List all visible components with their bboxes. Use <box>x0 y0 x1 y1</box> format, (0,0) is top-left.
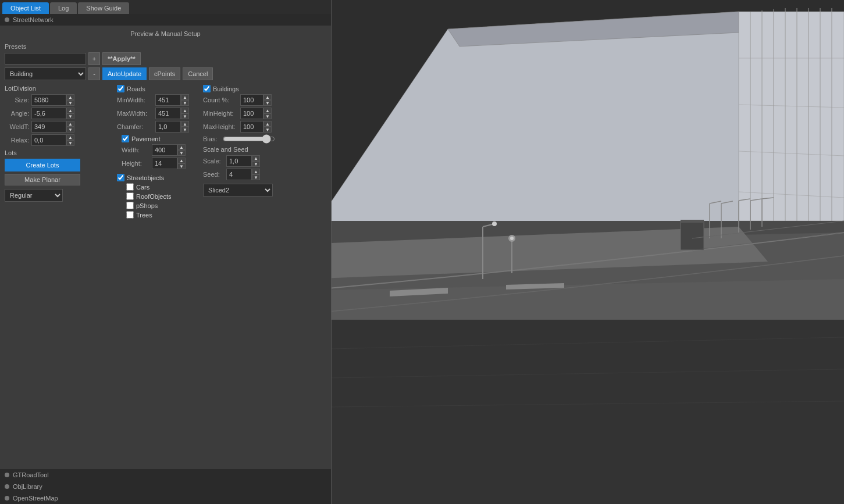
make-planar-button[interactable]: Make Planar <box>5 174 80 185</box>
minheight-up-btn[interactable]: ▲ <box>263 108 272 113</box>
chamfer-up-btn[interactable]: ▲ <box>181 121 189 127</box>
roads-checkbox[interactable] <box>117 85 124 92</box>
weldt-down-btn[interactable]: ▼ <box>66 127 74 133</box>
apply-button[interactable]: **Apply** <box>102 52 141 65</box>
pshops-checkbox[interactable] <box>126 202 134 209</box>
weldt-up-btn[interactable]: ▲ <box>66 121 74 127</box>
size-spinner: ▲ ▼ <box>66 94 74 106</box>
presets-minus-button[interactable]: - <box>88 67 100 80</box>
roofobjects-checkbox[interactable] <box>126 192 134 200</box>
minheight-field-row: MinHeight: ▲ ▼ <box>203 108 326 119</box>
pave-width-input[interactable] <box>152 144 177 156</box>
relax-input[interactable] <box>31 134 66 146</box>
roofobjects-checkbox-row: RoofObjects <box>126 192 198 200</box>
size-input[interactable] <box>31 94 66 106</box>
presets-add-button[interactable]: + <box>88 52 100 65</box>
count-input[interactable] <box>240 94 263 106</box>
pave-height-up-btn[interactable]: ▲ <box>177 158 186 163</box>
streetobjects-checkbox[interactable] <box>117 174 124 181</box>
maxheight-input[interactable] <box>240 121 263 133</box>
maxwidth-spinner: ▲ ▼ <box>181 108 189 119</box>
gtroad-header[interactable]: GTRoadTool <box>0 469 331 481</box>
pave-height-input[interactable] <box>152 158 177 169</box>
seed-up-btn[interactable]: ▲ <box>252 169 260 174</box>
minwidth-label: MinWidth: <box>117 96 153 103</box>
pave-height-down-btn[interactable]: ▼ <box>177 163 186 169</box>
lot-division-section: LotDivision Size: ▲ ▼ Angle: <box>5 85 112 220</box>
3d-viewport[interactable] <box>332 0 844 504</box>
openstreetmap-header[interactable]: OpenStreetMap <box>0 492 331 504</box>
maxwidth-down-btn[interactable]: ▼ <box>181 113 189 119</box>
angle-up-btn[interactable]: ▲ <box>66 108 74 113</box>
maxheight-up-btn[interactable]: ▲ <box>263 121 272 127</box>
pave-height-field-row: Height: ▲ ▼ <box>122 158 198 169</box>
cars-checkbox[interactable] <box>126 183 134 191</box>
minwidth-up-btn[interactable]: ▲ <box>181 94 189 100</box>
angle-down-btn[interactable]: ▼ <box>66 113 74 119</box>
pave-width-up-btn[interactable]: ▲ <box>177 144 186 150</box>
lots-dropdown[interactable]: Regular <box>5 189 63 202</box>
seed-input[interactable] <box>226 169 252 180</box>
scale-input[interactable] <box>226 155 252 167</box>
objlibrary-header[interactable]: ObjLibrary <box>0 481 331 492</box>
minwidth-input[interactable] <box>155 94 181 106</box>
svg-rect-40 <box>681 220 704 223</box>
left-panel: Object List Log Show Guide StreetNetwork… <box>0 0 332 504</box>
pave-width-down-btn[interactable]: ▼ <box>177 150 186 156</box>
cars-label: Cars <box>136 184 149 191</box>
seed-field-row: Seed: ▲ ▼ <box>203 169 326 180</box>
controls-area: LotDivision Size: ▲ ▼ Angle: <box>5 85 326 220</box>
chamfer-input[interactable] <box>155 121 181 133</box>
roads-section: Roads MinWidth: ▲ ▼ MaxWidth: <box>117 85 198 220</box>
relax-up-btn[interactable]: ▲ <box>66 134 74 140</box>
setup-panel: Preview & Manual Setup Presets + **Apply… <box>0 26 331 469</box>
count-up-btn[interactable]: ▲ <box>263 94 272 100</box>
angle-spinner: ▲ ▼ <box>66 108 74 119</box>
angle-field-row: Angle: ▲ ▼ <box>5 108 112 119</box>
presets-section: Presets + **Apply** Building - AutoUpdat… <box>5 43 326 80</box>
trees-checkbox[interactable] <box>126 211 134 219</box>
relax-field-row: Relax: ▲ ▼ <box>5 134 112 146</box>
angle-input[interactable] <box>31 108 66 119</box>
chamfer-label: Chamfer: <box>117 123 153 130</box>
scale-down-btn[interactable]: ▼ <box>252 161 260 167</box>
relax-label: Relax: <box>5 137 29 144</box>
minheight-down-btn[interactable]: ▼ <box>263 113 272 119</box>
tab-log[interactable]: Log <box>50 2 77 14</box>
street-network-header[interactable]: StreetNetwork <box>0 14 331 26</box>
building-style-dropdown[interactable]: Sliced2 <box>203 184 273 196</box>
create-lots-button[interactable]: Create Lots <box>5 159 80 171</box>
pavement-section: Pavement Width: ▲ ▼ Height: <box>122 135 198 169</box>
building-style-row: Sliced2 <box>203 184 326 196</box>
pavement-checkbox[interactable] <box>122 135 129 142</box>
relax-down-btn[interactable]: ▼ <box>66 140 74 146</box>
count-down-btn[interactable]: ▼ <box>263 100 272 106</box>
angle-label: Angle: <box>5 110 29 117</box>
minheight-input[interactable] <box>240 108 263 119</box>
buildings-checkbox[interactable] <box>203 85 211 92</box>
minwidth-down-btn[interactable]: ▼ <box>181 100 189 106</box>
collapsible-sections: GTRoadTool ObjLibrary OpenStreetMap <box>0 469 331 504</box>
scale-seed-section: Scale and Seed Scale: ▲ ▼ Seed: <box>203 146 326 196</box>
tab-show-guide[interactable]: Show Guide <box>78 2 129 14</box>
weldt-input[interactable] <box>31 121 66 133</box>
bias-slider[interactable] <box>223 134 275 144</box>
presets-dropdown[interactable]: Building <box>5 67 86 80</box>
scale-spinner: ▲ ▼ <box>252 155 260 167</box>
autoupdate-button[interactable]: AutoUpdate <box>102 67 147 80</box>
maxwidth-input[interactable] <box>155 108 181 119</box>
scale-up-btn[interactable]: ▲ <box>252 155 260 161</box>
size-down-btn[interactable]: ▼ <box>66 100 74 106</box>
minwidth-field-row: MinWidth: ▲ ▼ <box>117 94 198 106</box>
maxheight-down-btn[interactable]: ▼ <box>263 127 272 133</box>
chamfer-down-btn[interactable]: ▼ <box>181 127 189 133</box>
tab-object-list[interactable]: Object List <box>2 2 49 14</box>
pshops-checkbox-row: pShops <box>126 202 198 209</box>
cpoints-button[interactable]: cPoints <box>149 67 180 80</box>
seed-down-btn[interactable]: ▼ <box>252 174 260 180</box>
buildings-checkbox-row: Buildings <box>203 85 326 92</box>
size-up-btn[interactable]: ▲ <box>66 94 74 100</box>
cancel-button[interactable]: Cancel <box>183 67 213 80</box>
presets-text-input[interactable] <box>5 53 86 65</box>
maxwidth-up-btn[interactable]: ▲ <box>181 108 189 113</box>
